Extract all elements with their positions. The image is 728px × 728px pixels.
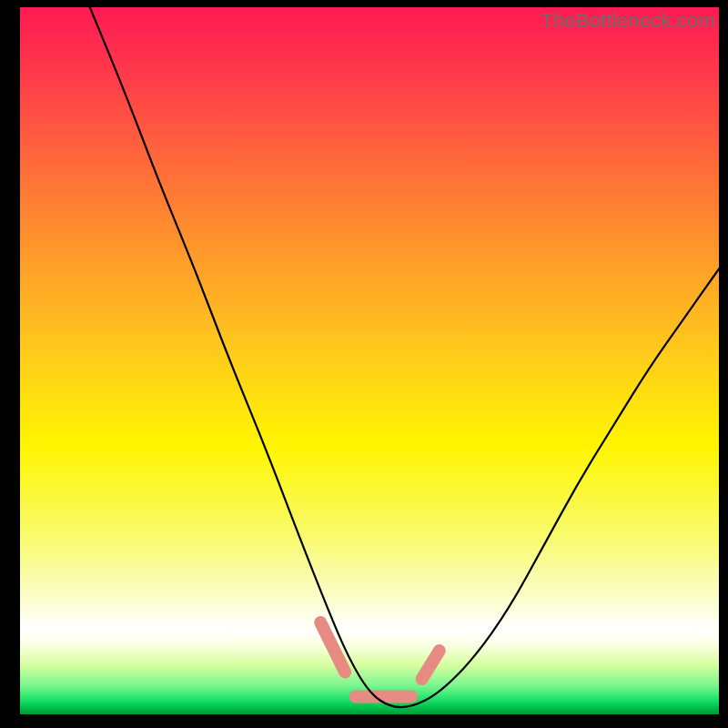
chart-frame: TheBottleneck.com — [0, 0, 728, 728]
watermark-text: TheBottleneck.com — [541, 9, 715, 33]
chart-plot-area — [20, 7, 719, 714]
bottleneck-curve — [90, 7, 719, 707]
pink-segment-1 — [320, 622, 345, 672]
chart-svg — [20, 7, 719, 714]
pink-segment-3 — [422, 651, 440, 679]
